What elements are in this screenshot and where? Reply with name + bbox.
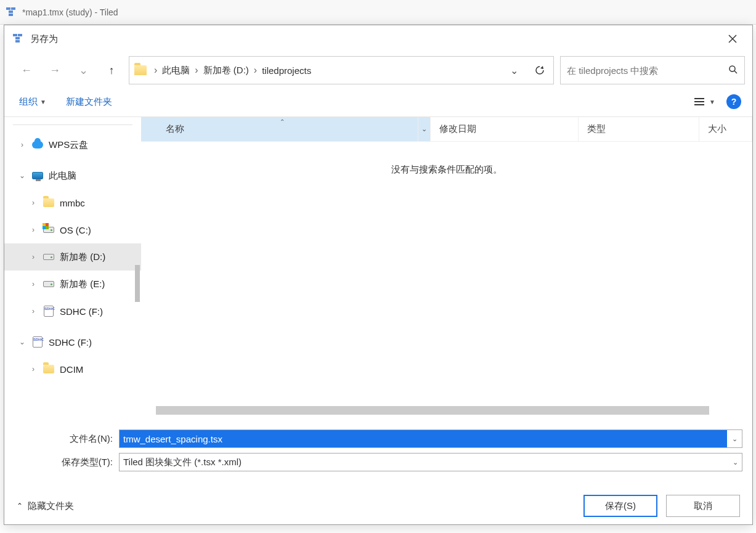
chevron-right-icon: › bbox=[153, 65, 158, 76]
chevron-right-icon[interactable]: › bbox=[29, 365, 38, 373]
bottom-fields: 文件名(N): ⌄ 保存类型(T): Tiled 图块集文件 (*.tsx *.… bbox=[4, 421, 752, 481]
recent-button[interactable]: ⌄ bbox=[72, 59, 94, 81]
sidebar-item-label: OS (C:) bbox=[60, 225, 91, 235]
sidebar-scrollbar[interactable] bbox=[135, 265, 140, 302]
forward-button[interactable]: → bbox=[44, 59, 66, 81]
chevron-down-icon[interactable]: ⌄ bbox=[18, 338, 26, 346]
search-icon[interactable] bbox=[728, 65, 738, 76]
nav-row: ← → ⌄ ↑ › 此电脑 › 新加卷 (D:) › tiledprojects… bbox=[4, 52, 752, 91]
sidebar-item-wps[interactable]: › WPS云盘 bbox=[4, 131, 141, 158]
close-button[interactable] bbox=[720, 26, 745, 51]
chevron-right-icon[interactable]: › bbox=[29, 253, 38, 261]
svg-point-8 bbox=[730, 66, 735, 71]
sidebar-item-drive-e[interactable]: › 新加卷 (E:) bbox=[4, 271, 141, 298]
filetype-label: 保存类型(T): bbox=[14, 457, 119, 468]
chevron-down-icon[interactable]: ⌄ bbox=[727, 435, 742, 443]
sidebar-item-drive-d[interactable]: › 新加卷 (D:) bbox=[4, 243, 141, 271]
view-mode-button[interactable]: ▼ bbox=[693, 97, 715, 107]
filetype-value: Tiled 图块集文件 (*.tsx *.xml) bbox=[123, 457, 242, 468]
chevron-right-icon[interactable]: › bbox=[18, 140, 26, 149]
file-area: 名称 ⌃ ⌄ 修改日期 类型 大小 没有与搜索条件匹配的项。 bbox=[141, 117, 752, 421]
app-titlebar: *map1.tmx (study) - Tiled bbox=[0, 0, 756, 25]
column-size[interactable]: 大小 bbox=[699, 117, 752, 141]
column-type[interactable]: 类型 bbox=[579, 117, 699, 141]
chevron-right-icon[interactable]: › bbox=[29, 226, 38, 234]
sidebar-item-sdhc-f[interactable]: › SDHC SDHC (F:) bbox=[4, 298, 141, 325]
folder-icon bbox=[43, 198, 54, 207]
column-date[interactable]: 修改日期 bbox=[431, 117, 579, 141]
cancel-button[interactable]: 取消 bbox=[666, 495, 740, 517]
path-dropdown-icon[interactable]: ⌄ bbox=[505, 62, 522, 79]
dialog-title: 另存为 bbox=[30, 33, 58, 45]
chevron-right-icon: › bbox=[253, 65, 258, 76]
drive-icon bbox=[43, 281, 54, 287]
sidebar-item-label: mmbc bbox=[60, 198, 85, 208]
content-area: › WPS云盘 ⌄ 此电脑 › mmbc › OS (C:) › bbox=[4, 116, 752, 421]
sidebar-item-label: 新加卷 (E:) bbox=[60, 279, 105, 290]
sort-asc-icon: ⌃ bbox=[280, 118, 285, 125]
column-name[interactable]: 名称 ⌃ bbox=[141, 117, 418, 141]
column-name-dropdown[interactable]: ⌄ bbox=[418, 117, 431, 141]
save-button[interactable]: 保存(S) bbox=[583, 495, 657, 517]
monitor-icon bbox=[32, 172, 43, 179]
chevron-right-icon: › bbox=[193, 65, 199, 76]
sidebar-item-label: SDHC (F:) bbox=[60, 306, 103, 317]
drive-icon bbox=[43, 227, 54, 233]
back-button[interactable]: ← bbox=[15, 59, 38, 81]
svg-line-9 bbox=[734, 71, 737, 73]
chevron-down-icon: ▼ bbox=[40, 99, 46, 105]
dialog-footer: ⌃ 隐藏文件夹 保存(S) 取消 bbox=[4, 481, 752, 524]
chevron-right-icon[interactable]: › bbox=[29, 280, 38, 288]
path-seg-drive[interactable]: 新加卷 (D:) bbox=[200, 65, 253, 76]
horizontal-scrollbar[interactable] bbox=[156, 406, 709, 415]
path-seg-thispc[interactable]: 此电脑 bbox=[158, 65, 193, 76]
sidebar-item-label: WPS云盘 bbox=[49, 139, 88, 151]
chevron-right-icon[interactable]: › bbox=[29, 307, 38, 315]
hide-folders-toggle[interactable]: ⌃ 隐藏文件夹 bbox=[17, 500, 74, 512]
drive-icon bbox=[43, 254, 54, 260]
filename-input[interactable] bbox=[120, 430, 727, 447]
help-button[interactable]: ? bbox=[726, 94, 741, 109]
svg-rect-7 bbox=[15, 40, 20, 43]
filename-label: 文件名(N): bbox=[14, 433, 119, 445]
chevron-right-icon[interactable]: › bbox=[29, 198, 38, 207]
sidebar-item-label: SDHC (F:) bbox=[49, 337, 92, 348]
svg-rect-0 bbox=[6, 7, 10, 10]
refresh-icon[interactable] bbox=[531, 62, 548, 79]
new-folder-button[interactable]: 新建文件夹 bbox=[66, 96, 112, 108]
app-icon bbox=[5, 6, 17, 18]
dialog-icon bbox=[12, 33, 24, 45]
chevron-down-icon: ▼ bbox=[709, 99, 715, 105]
path-bar[interactable]: › 此电脑 › 新加卷 (D:) › tiledprojects ⌄ bbox=[129, 56, 554, 84]
svg-rect-5 bbox=[18, 34, 22, 36]
sidebar-item-mmbc[interactable]: › mmbc bbox=[4, 189, 141, 216]
up-button[interactable]: ↑ bbox=[100, 59, 123, 81]
sd-icon: SDHC bbox=[44, 306, 54, 317]
chevron-down-icon[interactable]: ⌄ bbox=[18, 171, 26, 180]
sidebar-item-osc[interactable]: › OS (C:) bbox=[4, 216, 141, 243]
organize-button[interactable]: 组织▼ bbox=[19, 96, 46, 108]
sidebar-item-label: 此电脑 bbox=[49, 170, 76, 182]
chevron-up-icon: ⌃ bbox=[17, 502, 23, 510]
cloud-icon bbox=[32, 141, 43, 149]
folder-icon bbox=[134, 65, 147, 75]
svg-rect-3 bbox=[9, 14, 13, 16]
svg-rect-4 bbox=[13, 34, 17, 36]
sidebar-item-label: DCIM bbox=[60, 364, 83, 375]
sd-icon: SDHC bbox=[33, 336, 43, 348]
chevron-down-icon[interactable]: ⌄ bbox=[733, 458, 738, 466]
sidebar-item-thispc[interactable]: ⌄ 此电脑 bbox=[4, 162, 141, 189]
path-seg-folder[interactable]: tiledprojects bbox=[258, 65, 315, 76]
sidebar-item-sdhc-f2[interactable]: ⌄ SDHC SDHC (F:) bbox=[4, 328, 141, 356]
svg-rect-1 bbox=[11, 7, 15, 10]
app-title: *map1.tmx (study) - Tiled bbox=[22, 7, 118, 17]
empty-message: 没有与搜索条件匹配的项。 bbox=[141, 142, 752, 198]
search-box[interactable] bbox=[560, 56, 745, 84]
filetype-select[interactable]: Tiled 图块集文件 (*.tsx *.xml) ⌄ bbox=[119, 453, 742, 471]
sidebar-item-dcim[interactable]: › DCIM bbox=[4, 356, 141, 383]
filename-field[interactable]: ⌄ bbox=[119, 429, 742, 448]
sidebar: › WPS云盘 ⌄ 此电脑 › mmbc › OS (C:) › bbox=[4, 117, 141, 421]
toolbar-row: 组织▼ 新建文件夹 ▼ ? bbox=[4, 91, 752, 116]
svg-rect-6 bbox=[15, 37, 20, 39]
search-input[interactable] bbox=[567, 65, 728, 76]
